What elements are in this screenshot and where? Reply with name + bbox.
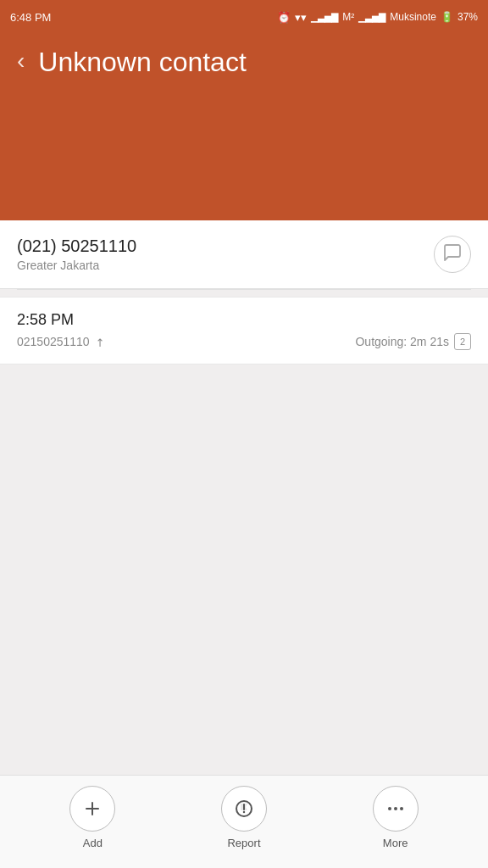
status-bar: 6:48 PM ⏰ ▾▾ ▁▃▅▇ M² ▁▃▅▇ Muksinote 🔋 37… <box>0 0 488 34</box>
bottom-nav: Add Report More <box>0 775 488 868</box>
back-button[interactable]: ‹ <box>17 49 25 73</box>
carrier-label: M² <box>342 11 354 23</box>
call-number-row: 02150251110 ↗ <box>17 335 104 348</box>
more-label: More <box>383 837 408 849</box>
contact-location: Greater Jakarta <box>17 259 136 272</box>
section-divider <box>17 289 471 290</box>
more-icon-circle <box>373 786 419 832</box>
outgoing-label: Outgoing: 2m 21s <box>355 335 449 348</box>
more-nav-item[interactable]: More <box>373 786 419 849</box>
signal2-icon: ▁▃▅▇ <box>358 12 385 23</box>
svg-point-6 <box>400 807 403 810</box>
call-time: 2:58 PM <box>17 311 471 329</box>
add-icon-circle <box>69 786 115 832</box>
contact-info: (021) 50251110 Greater Jakarta <box>17 236 136 272</box>
add-nav-item[interactable]: Add <box>69 786 115 849</box>
device-name: Muksinote <box>390 11 436 23</box>
add-label: Add <box>83 837 103 849</box>
call-section: 2:58 PM 02150251110 ↗ Outgoing: 2m 21s 2 <box>0 297 488 364</box>
report-label: Report <box>227 837 260 849</box>
contact-number: (021) 50251110 <box>17 236 136 256</box>
call-badge: 2 <box>454 333 471 350</box>
status-time: 6:48 PM <box>10 11 51 24</box>
call-direction-icon: ↗ <box>92 334 107 349</box>
status-right: ⏰ ▾▾ ▁▃▅▇ M² ▁▃▅▇ Muksinote 🔋 37% <box>277 11 478 24</box>
wifi-icon: ▾▾ <box>295 11 307 24</box>
call-number: 02150251110 <box>17 335 90 348</box>
svg-point-5 <box>394 807 397 810</box>
battery-icon: 🔋 <box>441 11 453 23</box>
battery-percent: 37% <box>458 11 478 23</box>
header: ‹ Unknown contact <box>0 34 488 220</box>
message-button[interactable] <box>434 236 471 273</box>
message-icon <box>442 242 463 267</box>
alarm-icon: ⏰ <box>277 11 291 24</box>
contact-section: (021) 50251110 Greater Jakarta <box>0 220 488 289</box>
signal-icon: ▁▃▅▇ <box>311 12 338 23</box>
report-nav-item[interactable]: Report <box>221 786 267 849</box>
report-icon-circle <box>221 786 267 832</box>
page-title: Unknown contact <box>38 46 246 78</box>
svg-point-4 <box>388 807 391 810</box>
call-details: 02150251110 ↗ Outgoing: 2m 21s 2 <box>17 333 471 350</box>
call-outgoing: Outgoing: 2m 21s 2 <box>355 333 471 350</box>
